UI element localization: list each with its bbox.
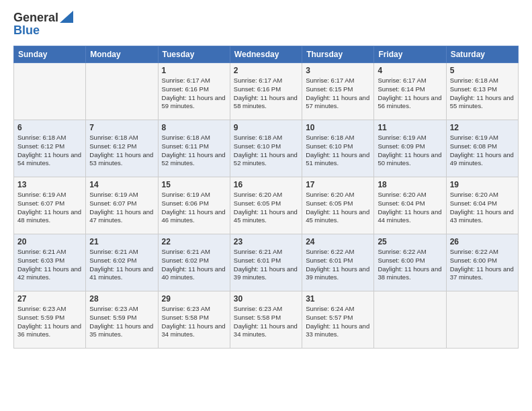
day-info: Sunrise: 6:19 AMSunset: 6:07 PMDaylight:… (17, 191, 82, 225)
day-number: 12 (450, 123, 515, 132)
day-number: 28 (89, 294, 154, 304)
calendar-cell (374, 291, 446, 349)
calendar-header-row: SundayMondayTuesdayWednesdayThursdayFrid… (14, 46, 519, 63)
calendar-cell: 17Sunrise: 6:20 AMSunset: 6:05 PMDayligh… (302, 177, 374, 234)
day-info: Sunrise: 6:18 AMSunset: 6:10 PMDaylight:… (306, 134, 370, 168)
day-info: Sunrise: 6:23 AMSunset: 5:58 PMDaylight:… (234, 305, 298, 339)
calendar-cell: 9Sunrise: 6:18 AMSunset: 6:10 PMDaylight… (230, 120, 302, 177)
day-number: 22 (162, 237, 226, 246)
calendar-cell: 31Sunrise: 6:24 AMSunset: 5:57 PMDayligh… (302, 291, 374, 349)
calendar-week-row: 1Sunrise: 6:17 AMSunset: 6:16 PMDaylight… (14, 63, 519, 120)
day-info: Sunrise: 6:24 AMSunset: 5:57 PMDaylight:… (306, 305, 370, 339)
day-number: 8 (162, 123, 226, 132)
day-number: 27 (17, 294, 82, 304)
calendar-week-row: 20Sunrise: 6:21 AMSunset: 6:03 PMDayligh… (14, 234, 519, 291)
day-number: 29 (162, 294, 226, 304)
day-number: 20 (17, 237, 82, 246)
day-info: Sunrise: 6:17 AMSunset: 6:16 PMDaylight:… (162, 77, 226, 111)
calendar-cell: 26Sunrise: 6:22 AMSunset: 6:00 PMDayligh… (446, 234, 518, 291)
day-number: 25 (378, 237, 442, 246)
day-number: 13 (17, 180, 82, 189)
day-number: 31 (306, 294, 370, 304)
calendar-cell: 20Sunrise: 6:21 AMSunset: 6:03 PMDayligh… (14, 234, 86, 291)
calendar-cell: 4Sunrise: 6:17 AMSunset: 6:14 PMDaylight… (374, 63, 446, 120)
calendar-cell: 28Sunrise: 6:23 AMSunset: 5:59 PMDayligh… (86, 291, 158, 349)
calendar-cell: 18Sunrise: 6:20 AMSunset: 6:04 PMDayligh… (374, 177, 446, 234)
day-info: Sunrise: 6:20 AMSunset: 6:04 PMDaylight:… (378, 191, 442, 225)
calendar-cell: 5Sunrise: 6:18 AMSunset: 6:13 PMDaylight… (446, 63, 518, 120)
calendar-cell: 1Sunrise: 6:17 AMSunset: 6:16 PMDaylight… (158, 63, 230, 120)
calendar-page: General Blue SundayMondayTuesdayWednesda… (0, 0, 532, 411)
day-number: 30 (234, 294, 298, 304)
calendar-cell: 23Sunrise: 6:21 AMSunset: 6:01 PMDayligh… (230, 234, 302, 291)
svg-marker-0 (60, 11, 73, 23)
day-info: Sunrise: 6:18 AMSunset: 6:10 PMDaylight:… (234, 134, 298, 168)
day-number: 21 (89, 237, 154, 246)
day-info: Sunrise: 6:19 AMSunset: 6:07 PMDaylight:… (89, 191, 154, 225)
day-info: Sunrise: 6:23 AMSunset: 5:59 PMDaylight:… (89, 305, 154, 339)
calendar-table: SundayMondayTuesdayWednesdayThursdayFrid… (13, 46, 519, 349)
day-number: 6 (17, 123, 82, 132)
calendar-cell: 14Sunrise: 6:19 AMSunset: 6:07 PMDayligh… (86, 177, 158, 234)
calendar-cell (446, 291, 518, 349)
weekday-header-sunday: Sunday (14, 46, 86, 63)
logo: General Blue (13, 11, 73, 38)
day-number: 16 (234, 180, 298, 189)
calendar-cell: 25Sunrise: 6:22 AMSunset: 6:00 PMDayligh… (374, 234, 446, 291)
day-info: Sunrise: 6:22 AMSunset: 6:00 PMDaylight:… (450, 248, 515, 282)
day-info: Sunrise: 6:18 AMSunset: 6:11 PMDaylight:… (162, 134, 226, 168)
day-info: Sunrise: 6:20 AMSunset: 6:04 PMDaylight:… (450, 191, 515, 225)
day-info: Sunrise: 6:17 AMSunset: 6:14 PMDaylight:… (378, 77, 442, 111)
day-info: Sunrise: 6:20 AMSunset: 6:05 PMDaylight:… (306, 191, 370, 225)
day-number: 9 (234, 123, 298, 132)
calendar-week-row: 13Sunrise: 6:19 AMSunset: 6:07 PMDayligh… (14, 177, 519, 234)
weekday-header-saturday: Saturday (446, 46, 518, 63)
calendar-cell: 21Sunrise: 6:21 AMSunset: 6:02 PMDayligh… (86, 234, 158, 291)
day-info: Sunrise: 6:21 AMSunset: 6:03 PMDaylight:… (17, 248, 82, 282)
day-info: Sunrise: 6:19 AMSunset: 6:06 PMDaylight:… (162, 191, 226, 225)
calendar-week-row: 27Sunrise: 6:23 AMSunset: 5:59 PMDayligh… (14, 291, 519, 349)
weekday-header-tuesday: Tuesday (158, 46, 230, 63)
calendar-cell (14, 63, 86, 120)
day-number: 18 (378, 180, 442, 189)
logo-icon (60, 11, 73, 23)
calendar-cell: 27Sunrise: 6:23 AMSunset: 5:59 PMDayligh… (14, 291, 86, 349)
calendar-cell: 10Sunrise: 6:18 AMSunset: 6:10 PMDayligh… (302, 120, 374, 177)
day-number: 14 (89, 180, 154, 189)
day-info: Sunrise: 6:23 AMSunset: 5:58 PMDaylight:… (162, 305, 226, 339)
day-number: 5 (450, 66, 515, 75)
day-number: 3 (306, 66, 370, 75)
calendar-cell: 22Sunrise: 6:21 AMSunset: 6:02 PMDayligh… (158, 234, 230, 291)
day-number: 24 (306, 237, 370, 246)
header: General Blue (13, 11, 519, 38)
calendar-cell: 15Sunrise: 6:19 AMSunset: 6:06 PMDayligh… (158, 177, 230, 234)
day-number: 11 (378, 123, 442, 132)
day-number: 10 (306, 123, 370, 132)
calendar-cell: 2Sunrise: 6:17 AMSunset: 6:16 PMDaylight… (230, 63, 302, 120)
day-info: Sunrise: 6:18 AMSunset: 6:13 PMDaylight:… (450, 77, 515, 111)
day-info: Sunrise: 6:18 AMSunset: 6:12 PMDaylight:… (89, 134, 154, 168)
day-number: 7 (89, 123, 154, 132)
calendar-cell: 11Sunrise: 6:19 AMSunset: 6:09 PMDayligh… (374, 120, 446, 177)
weekday-header-wednesday: Wednesday (230, 46, 302, 63)
logo-blue-text: Blue (13, 24, 40, 38)
day-number: 4 (378, 66, 442, 75)
calendar-cell: 13Sunrise: 6:19 AMSunset: 6:07 PMDayligh… (14, 177, 86, 234)
calendar-week-row: 6Sunrise: 6:18 AMSunset: 6:12 PMDaylight… (14, 120, 519, 177)
calendar-cell: 16Sunrise: 6:20 AMSunset: 6:05 PMDayligh… (230, 177, 302, 234)
day-number: 26 (450, 237, 515, 246)
calendar-cell: 24Sunrise: 6:22 AMSunset: 6:01 PMDayligh… (302, 234, 374, 291)
day-info: Sunrise: 6:17 AMSunset: 6:15 PMDaylight:… (306, 77, 370, 111)
calendar-cell (86, 63, 158, 120)
day-info: Sunrise: 6:18 AMSunset: 6:12 PMDaylight:… (17, 134, 82, 168)
calendar-cell: 3Sunrise: 6:17 AMSunset: 6:15 PMDaylight… (302, 63, 374, 120)
day-number: 23 (234, 237, 298, 246)
logo-general-text: General (13, 11, 58, 25)
calendar-cell: 30Sunrise: 6:23 AMSunset: 5:58 PMDayligh… (230, 291, 302, 349)
day-info: Sunrise: 6:19 AMSunset: 6:08 PMDaylight:… (450, 134, 515, 168)
day-info: Sunrise: 6:23 AMSunset: 5:59 PMDaylight:… (17, 305, 82, 339)
day-info: Sunrise: 6:20 AMSunset: 6:05 PMDaylight:… (234, 191, 298, 225)
day-number: 17 (306, 180, 370, 189)
day-info: Sunrise: 6:21 AMSunset: 6:02 PMDaylight:… (89, 248, 154, 282)
day-info: Sunrise: 6:17 AMSunset: 6:16 PMDaylight:… (234, 77, 298, 111)
